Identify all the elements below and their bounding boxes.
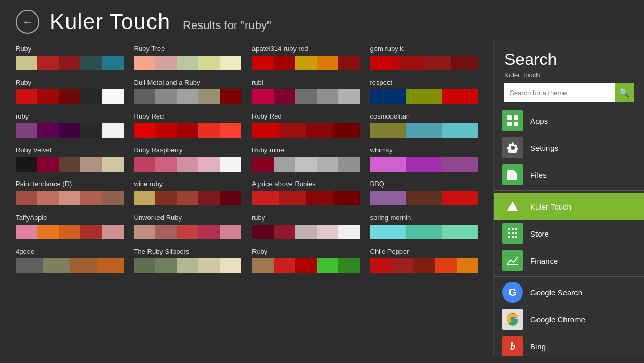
theme-item[interactable]: rubi xyxy=(252,79,360,104)
color-swatches xyxy=(370,56,478,70)
theme-item[interactable]: Ruby xyxy=(16,79,124,104)
theme-name: Ruby Tree xyxy=(134,45,242,53)
color-swatch xyxy=(81,123,102,138)
color-swatches xyxy=(370,157,478,172)
color-swatch xyxy=(134,56,156,70)
search-icon: 🔍 xyxy=(619,88,629,98)
color-swatch xyxy=(252,123,279,138)
app-list-item-finance[interactable]: Finance xyxy=(494,247,644,274)
app-list-item-bing[interactable]: bBing xyxy=(494,333,644,356)
app-list-item-kuler[interactable]: Kuler Touch xyxy=(494,193,644,220)
theme-name: Ruby Red xyxy=(134,112,242,120)
color-swatch xyxy=(338,56,360,70)
color-swatch xyxy=(37,89,59,104)
svg-rect-9 xyxy=(512,232,514,234)
app-list-item-files[interactable]: Files xyxy=(494,161,644,188)
theme-item[interactable]: Dull Metal and a Ruby xyxy=(134,79,242,104)
color-swatches xyxy=(252,225,360,239)
app-label: Finance xyxy=(530,256,558,265)
color-swatches xyxy=(16,56,124,70)
theme-item[interactable]: Chile Pepper xyxy=(370,248,478,273)
color-swatch xyxy=(370,157,406,172)
color-swatch xyxy=(37,191,59,205)
theme-item[interactable]: Ruby mine xyxy=(252,146,360,172)
google-search-icon: G xyxy=(502,282,523,303)
svg-rect-0 xyxy=(507,115,512,120)
color-swatch xyxy=(16,191,37,205)
theme-item[interactable]: Ruby xyxy=(16,45,124,70)
color-swatch xyxy=(317,56,339,70)
app-list-item-settings[interactable]: Settings xyxy=(494,134,644,161)
theme-item[interactable]: Ruby Red xyxy=(134,112,242,138)
theme-item[interactable]: respect xyxy=(370,79,478,104)
color-swatch xyxy=(338,225,360,239)
color-swatch xyxy=(59,191,81,205)
app-list-item-chrome[interactable]: Google Chrome xyxy=(494,306,644,333)
color-swatches xyxy=(252,123,360,138)
theme-item[interactable]: A price above Rubies xyxy=(252,180,360,205)
theme-item[interactable]: cosmopolitan xyxy=(370,112,478,138)
color-swatch xyxy=(274,89,296,104)
back-button[interactable]: ← xyxy=(16,10,39,34)
theme-item[interactable]: wine ruby xyxy=(134,180,242,205)
theme-item[interactable]: Unworked Ruby xyxy=(134,214,242,239)
color-swatch xyxy=(252,89,274,104)
theme-item[interactable]: Paint tendance (R) xyxy=(16,180,124,205)
color-swatch xyxy=(442,89,478,104)
color-swatch xyxy=(295,258,317,273)
color-swatch xyxy=(16,89,37,104)
color-swatch xyxy=(406,157,442,172)
theme-name: Chile Pepper xyxy=(370,248,478,255)
theme-item[interactable]: spring mornin xyxy=(370,214,478,239)
color-swatch xyxy=(102,89,124,104)
app-list-item-apps[interactable]: Apps xyxy=(494,107,644,134)
theme-item[interactable]: Ruby Velvet xyxy=(16,146,124,172)
theme-item[interactable]: gem ruby k xyxy=(370,45,478,70)
theme-item[interactable]: Ruby xyxy=(252,248,360,273)
theme-item[interactable]: ruby xyxy=(252,214,360,239)
svg-rect-2 xyxy=(507,122,512,126)
theme-item[interactable]: Ruby Red xyxy=(252,112,360,138)
color-swatch xyxy=(37,157,59,172)
color-swatch xyxy=(37,225,59,239)
color-swatch xyxy=(155,191,177,205)
color-swatch xyxy=(177,89,199,104)
theme-item[interactable]: Ruby Tree xyxy=(134,45,242,70)
color-swatch xyxy=(252,258,274,273)
color-swatch xyxy=(370,191,406,205)
color-swatch xyxy=(155,123,177,138)
color-swatch xyxy=(102,157,124,172)
color-swatch xyxy=(274,225,296,239)
color-swatches xyxy=(16,258,124,273)
app-list-item-google-search[interactable]: GGoogle Search xyxy=(494,279,644,306)
color-swatch xyxy=(81,89,102,104)
color-swatch xyxy=(295,225,317,239)
app-label: Google Chrome xyxy=(530,315,585,324)
theme-item[interactable]: 4gode xyxy=(16,248,124,273)
theme-name: cosmopolitan xyxy=(370,112,478,120)
theme-item[interactable]: BBQ xyxy=(370,180,478,205)
app-list: AppsSettingsFilesKuler TouchStoreFinance… xyxy=(494,107,644,356)
theme-item[interactable]: Ruby Raspberry xyxy=(134,146,242,172)
theme-item[interactable]: whimsy xyxy=(370,146,478,172)
color-swatches xyxy=(252,56,360,70)
theme-item[interactable]: The Ruby Slippers xyxy=(134,248,242,273)
svg-rect-8 xyxy=(508,232,510,234)
back-icon: ← xyxy=(22,16,33,28)
color-swatch xyxy=(155,157,177,172)
color-swatch xyxy=(279,123,306,138)
color-swatch xyxy=(177,157,199,172)
color-swatch xyxy=(370,89,406,104)
color-swatch xyxy=(177,225,199,239)
theme-item[interactable]: TaffyApple xyxy=(16,214,124,239)
svg-rect-7 xyxy=(515,228,517,230)
app-list-item-store[interactable]: Store xyxy=(494,220,644,247)
color-swatch xyxy=(317,225,339,239)
theme-item[interactable]: apatel314 ruby red xyxy=(252,45,360,70)
search-input[interactable] xyxy=(504,83,615,102)
color-swatch xyxy=(134,191,156,205)
color-swatch xyxy=(442,123,478,138)
search-button[interactable]: 🔍 xyxy=(615,83,634,102)
color-swatch xyxy=(274,157,296,172)
theme-item[interactable]: ruby xyxy=(16,112,124,138)
